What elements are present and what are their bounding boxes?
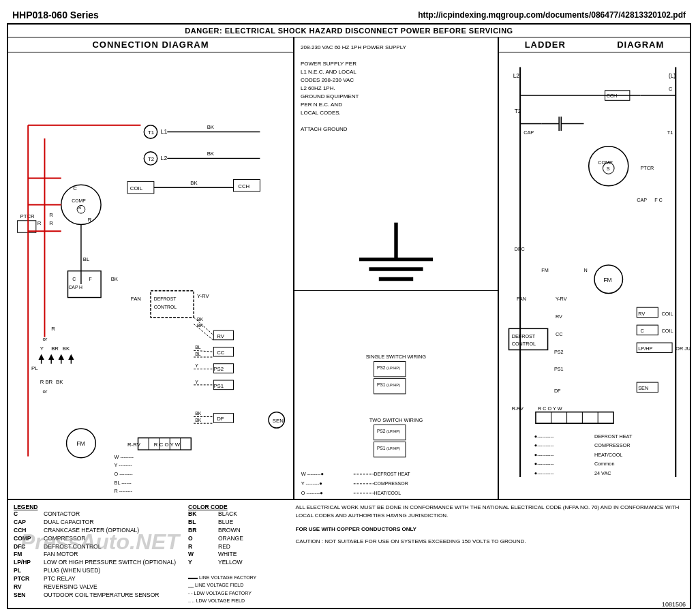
svg-text:FM: FM bbox=[603, 277, 611, 283]
svg-text:R: R bbox=[88, 217, 92, 223]
svg-text:BK: BK bbox=[63, 345, 70, 352]
svg-text:S: S bbox=[607, 166, 610, 172]
svg-text:Y-RV: Y-RV bbox=[197, 293, 210, 299]
svg-text:or: or bbox=[43, 336, 48, 342]
caution-notice: CAUTION : NOT SUITABLE FOR USE ON SYSTEM… bbox=[296, 538, 684, 544]
svg-text:Y-RV: Y-RV bbox=[556, 296, 567, 302]
svg-text:R: R bbox=[49, 212, 53, 218]
svg-text:W --------●: W --------● bbox=[301, 471, 324, 477]
svg-text:BL ------: BL ------ bbox=[115, 480, 132, 486]
svg-text:RV: RV bbox=[638, 311, 645, 317]
svg-text:(LP/HP): (LP/HP) bbox=[386, 429, 400, 433]
color-code-title: COLOR CODE bbox=[188, 504, 289, 510]
nec-text: POWER SUPPLY PER bbox=[301, 60, 491, 68]
svg-text:HEAT/COOL: HEAT/COOL bbox=[374, 491, 401, 495]
svg-text:●----------: ●---------- bbox=[534, 470, 554, 476]
local-codes-text: LOCAL CODES. bbox=[301, 109, 491, 117]
svg-text:CC: CC bbox=[217, 350, 225, 356]
svg-text:L1: L1 bbox=[161, 128, 168, 135]
color-code-column: COLOR CODE BKBLACK BLBLUE BRBROWN OORANG… bbox=[188, 504, 289, 604]
svg-text:(LP/HP): (LP/HP) bbox=[386, 383, 400, 387]
svg-text:Y: Y bbox=[40, 345, 44, 352]
svg-text:F  C: F C bbox=[654, 197, 663, 203]
svg-text:BK: BK bbox=[56, 379, 63, 385]
svg-text:BK: BK bbox=[190, 180, 198, 186]
line-legend: ▬▬ LINE VOLTAGE FACTORY ⎯⎯ LINE VOLTAGE … bbox=[188, 574, 289, 604]
svg-text:R: R bbox=[49, 220, 53, 226]
svg-text:T2: T2 bbox=[148, 156, 154, 162]
ladder-label-left: LADDER bbox=[518, 37, 573, 52]
svg-text:DEFROST: DEFROST bbox=[154, 296, 176, 301]
svg-text:PS2: PS2 bbox=[377, 365, 386, 370]
svg-text:PS2: PS2 bbox=[377, 429, 386, 433]
svg-text:R: R bbox=[51, 326, 55, 332]
svg-rect-189 bbox=[536, 412, 613, 424]
svg-text:N: N bbox=[583, 267, 587, 273]
per-nec-text: PER N.E.C. AND bbox=[301, 101, 491, 109]
middle-bottom: SINGLE SWITCH WIRING PS2 (LP/HP) PS1 (LP… bbox=[294, 291, 498, 499]
svg-text:W --------: W -------- bbox=[115, 454, 134, 460]
electrical-notice: ALL ELECTRICAL WORK MUST BE DONE IN CONF… bbox=[296, 504, 684, 520]
svg-text:Y --------: Y -------- bbox=[115, 462, 133, 468]
title-bar: HHP018-060 Series http://icpindexing.mqg… bbox=[7, 7, 691, 23]
svg-text:RV: RV bbox=[517, 405, 524, 412]
svg-text:●----------: ●---------- bbox=[534, 452, 554, 458]
svg-text:T1: T1 bbox=[667, 129, 673, 136]
watermark: PressAuto.NET bbox=[20, 529, 179, 555]
connection-diagram-panel: CONNECTION DIAGRAM PTCR R R R bbox=[8, 37, 294, 499]
svg-text:SINGLE SWITCH WIRING: SINGLE SWITCH WIRING bbox=[366, 354, 426, 360]
svg-text:LP/HP: LP/HP bbox=[638, 345, 652, 352]
svg-text:FM: FM bbox=[76, 440, 85, 447]
svg-text:FAN: FAN bbox=[131, 296, 141, 302]
svg-text:PS1: PS1 bbox=[554, 367, 564, 373]
svg-text:PS2: PS2 bbox=[554, 349, 564, 355]
legend-cap: CAP DUAL CAPACITOR bbox=[14, 519, 181, 527]
legend-pl: PL PLUG (WHEN USED) bbox=[14, 567, 181, 575]
svg-text:CONTROL: CONTROL bbox=[512, 341, 536, 347]
svg-text:PS2: PS2 bbox=[213, 366, 224, 372]
notices-column: ALL ELECTRICAL WORK MUST BE DONE IN CONF… bbox=[296, 504, 684, 604]
svg-text:L2: L2 bbox=[161, 155, 168, 161]
svg-text:R --------: R -------- bbox=[115, 488, 133, 494]
svg-text:C: C bbox=[72, 277, 76, 281]
connection-svg: PTCR R R R COMP S C bbox=[8, 52, 293, 496]
svg-text:CAP: CAP bbox=[524, 129, 534, 136]
svg-text:COMPRESSOR: COMPRESSOR bbox=[374, 481, 408, 486]
svg-text:(LP/HP): (LP/HP) bbox=[386, 366, 400, 370]
svg-text:(L): (L) bbox=[669, 72, 676, 79]
svg-text:COMP: COMP bbox=[598, 159, 613, 166]
ladder-header: LADDER DIAGRAM bbox=[499, 37, 690, 52]
svg-text:R  C  O  Y  W: R C O Y W bbox=[538, 405, 562, 412]
svg-text:DEFROST HEAT: DEFROST HEAT bbox=[594, 433, 633, 440]
svg-text:(LP/HP): (LP/HP) bbox=[386, 446, 400, 450]
ground-text: GROUND EQUIPMENT bbox=[301, 93, 491, 101]
power-supply-text: 208-230 VAC 60 HZ 1PH POWER SUPPLY bbox=[301, 44, 491, 52]
svg-text:PL: PL bbox=[31, 365, 38, 371]
svg-text:●----------: ●---------- bbox=[534, 433, 554, 440]
svg-text:FAN: FAN bbox=[517, 296, 526, 302]
svg-text:Y: Y bbox=[195, 380, 198, 384]
attach-ground-text: ATTACH GROUND bbox=[301, 125, 491, 134]
svg-text:SEN: SEN bbox=[273, 418, 284, 424]
svg-text:T1: T1 bbox=[148, 129, 154, 136]
svg-text:R: R bbox=[40, 379, 44, 385]
svg-text:DFC: DFC bbox=[515, 246, 525, 252]
svg-text:COMPRESSOR: COMPRESSOR bbox=[594, 443, 630, 449]
copper-notice: FOR USE WITH COPPER CONDUCTORS ONLY bbox=[296, 526, 684, 532]
svg-text:Y: Y bbox=[195, 363, 198, 368]
svg-text:H: H bbox=[79, 285, 82, 290]
svg-text:DF: DF bbox=[217, 416, 224, 422]
svg-text:COIL: COIL bbox=[662, 328, 673, 335]
ladder-svg: L2 (L) CCH C T2 bbox=[499, 52, 690, 499]
svg-text:BR: BR bbox=[45, 379, 52, 385]
svg-text:PTCR: PTCR bbox=[640, 165, 654, 171]
svg-text:RV: RV bbox=[556, 313, 562, 320]
svg-text:BK: BK bbox=[195, 418, 202, 422]
svg-text:C: C bbox=[640, 328, 643, 335]
svg-text:T2: T2 bbox=[515, 108, 521, 114]
svg-text:COMP: COMP bbox=[72, 198, 86, 203]
svg-text:CC: CC bbox=[556, 331, 562, 337]
svg-text:BR: BR bbox=[51, 345, 59, 352]
content-area: CONNECTION DIAGRAM PTCR R R R bbox=[8, 37, 690, 499]
legend-sen: SEN OUTDOOR COIL TEMPERATURE SENSOR bbox=[14, 591, 181, 600]
